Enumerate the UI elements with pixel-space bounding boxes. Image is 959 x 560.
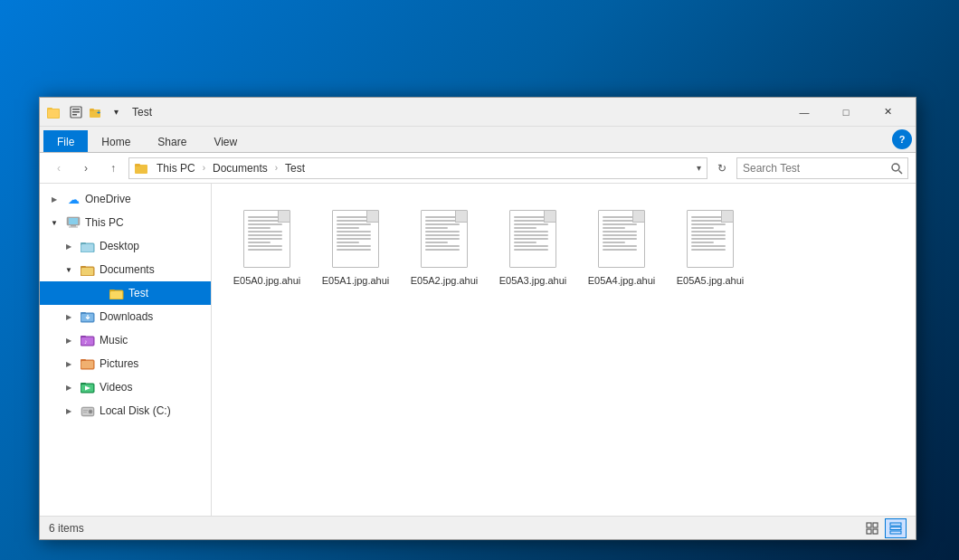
qat-new-folder-button[interactable]: + bbox=[87, 103, 105, 121]
svg-rect-51 bbox=[890, 523, 901, 526]
file-icon-wrapper-3 bbox=[506, 207, 560, 271]
file-item-5[interactable]: E05A5.jpg.ahui bbox=[669, 198, 751, 296]
quick-access-toolbar: + ▾ bbox=[67, 103, 125, 121]
tab-file[interactable]: File bbox=[43, 130, 88, 152]
file-name-1: E05A1.jpg.ahui bbox=[322, 274, 390, 287]
svg-rect-47 bbox=[867, 523, 871, 527]
qat-properties-button[interactable] bbox=[67, 103, 85, 121]
explorer-window: + ▾ Test — □ ✕ File Home Share View bbox=[39, 97, 916, 540]
svg-rect-2 bbox=[48, 109, 59, 118]
svg-rect-53 bbox=[890, 531, 901, 534]
file-item-0[interactable]: E05A0.jpg.ahui bbox=[226, 198, 308, 296]
address-bar[interactable]: This PC › Documents › Test ▾ bbox=[128, 157, 707, 179]
list-view-icon bbox=[889, 522, 902, 535]
forward-icon: › bbox=[84, 162, 88, 175]
toggle-documents: ▼ bbox=[62, 262, 76, 277]
title-bar: + ▾ Test — □ ✕ bbox=[40, 98, 916, 127]
svg-rect-45 bbox=[83, 410, 88, 411]
toggle-downloads: ▶ bbox=[62, 309, 76, 324]
sidebar-item-onedrive[interactable]: ▶ ☁ OneDrive bbox=[40, 187, 211, 211]
sidebar-label-local-disk: Local Disk (C:) bbox=[100, 404, 204, 417]
sidebar-item-videos[interactable]: ▶ Videos bbox=[40, 375, 211, 399]
sidebar-item-desktop[interactable]: ▶ Desktop bbox=[40, 234, 211, 258]
breadcrumb-test[interactable]: Test bbox=[281, 160, 309, 176]
sidebar-item-documents[interactable]: ▼ Documents bbox=[40, 258, 211, 281]
svg-rect-23 bbox=[81, 268, 93, 275]
svg-rect-26 bbox=[110, 291, 122, 299]
file-icon-wrapper-1 bbox=[328, 207, 383, 271]
toggle-desktop: ▶ bbox=[62, 239, 76, 253]
svg-rect-4 bbox=[72, 109, 80, 110]
file-name-0: E05A0.jpg.ahui bbox=[233, 274, 301, 287]
refresh-icon: ↻ bbox=[717, 162, 726, 175]
doc-icon-3 bbox=[509, 210, 556, 268]
file-item-3[interactable]: E05A3.jpg.ahui bbox=[492, 198, 574, 296]
svg-rect-16 bbox=[71, 225, 76, 227]
up-button[interactable]: ↑ bbox=[101, 157, 125, 180]
tab-view[interactable]: View bbox=[200, 130, 251, 152]
forward-button[interactable]: › bbox=[74, 157, 98, 180]
sidebar-item-local-disk[interactable]: ▶ Local Disk (C:) bbox=[40, 399, 211, 422]
svg-rect-11 bbox=[135, 164, 140, 166]
window-icon bbox=[47, 105, 62, 119]
svg-rect-8 bbox=[90, 109, 94, 111]
up-icon: ↑ bbox=[110, 162, 116, 175]
tab-home[interactable]: Home bbox=[88, 130, 144, 152]
maximize-button[interactable]: □ bbox=[825, 98, 867, 127]
minimize-button[interactable]: — bbox=[783, 98, 825, 127]
sidebar-item-music[interactable]: ▶ ♪ Music bbox=[40, 328, 211, 352]
file-icon-wrapper-0 bbox=[240, 207, 294, 271]
ribbon: File Home Share View ? bbox=[40, 127, 916, 153]
breadcrumb-documents[interactable]: Documents bbox=[209, 160, 271, 176]
back-button[interactable]: ‹ bbox=[47, 157, 71, 180]
navigation-bar: ‹ › ↑ This PC › Documents › Test ▾ ↻ bbox=[40, 153, 916, 184]
doc-icon-1 bbox=[332, 210, 379, 268]
grid-view-icon bbox=[866, 522, 878, 535]
window-controls: — □ ✕ bbox=[783, 98, 908, 127]
svg-rect-36 bbox=[81, 361, 93, 368]
file-icon-wrapper-2 bbox=[417, 207, 471, 271]
this-pc-icon bbox=[65, 214, 81, 231]
file-item-4[interactable]: E05A4.jpg.ahui bbox=[581, 198, 662, 296]
close-button[interactable]: ✕ bbox=[867, 98, 908, 127]
content-area: E05A0.jpg.ahui bbox=[212, 184, 916, 516]
window-title: Test bbox=[132, 106, 783, 119]
separator-2: › bbox=[275, 163, 278, 173]
toggle-local-disk: ▶ bbox=[62, 403, 76, 418]
sidebar-item-test[interactable]: Test bbox=[40, 281, 211, 305]
svg-rect-6 bbox=[72, 114, 77, 116]
svg-line-13 bbox=[899, 170, 903, 174]
search-box bbox=[736, 157, 908, 179]
main-area: ▶ ☁ OneDrive ▼ This PC ▶ bbox=[40, 184, 916, 516]
svg-point-44 bbox=[90, 411, 91, 413]
sidebar-item-downloads[interactable]: ▶ Downloads bbox=[40, 305, 211, 328]
search-input[interactable] bbox=[737, 162, 886, 175]
file-item-1[interactable]: E05A1.jpg.ahui bbox=[315, 198, 396, 296]
toggle-this-pc: ▼ bbox=[47, 215, 62, 230]
files-grid: E05A0.jpg.ahui bbox=[226, 198, 901, 501]
videos-icon bbox=[80, 379, 96, 395]
refresh-button[interactable]: ↻ bbox=[711, 157, 733, 179]
view-list-button[interactable] bbox=[885, 518, 907, 538]
breadcrumb-this-pc[interactable]: This PC bbox=[153, 160, 199, 176]
sidebar-item-this-pc[interactable]: ▼ This PC bbox=[40, 211, 211, 234]
svg-point-12 bbox=[892, 164, 899, 171]
file-item-2[interactable]: E05A2.jpg.ahui bbox=[404, 198, 485, 296]
toggle-videos: ▶ bbox=[62, 380, 76, 394]
status-items-count: 6 items bbox=[49, 522, 861, 535]
search-button[interactable] bbox=[886, 157, 907, 179]
qat-dropdown-button[interactable]: ▾ bbox=[107, 103, 125, 121]
svg-rect-52 bbox=[890, 527, 901, 529]
sidebar-item-pictures[interactable]: ▶ Pictures bbox=[40, 352, 211, 375]
separator-1: › bbox=[203, 163, 205, 173]
onedrive-icon: ☁ bbox=[65, 191, 81, 207]
address-dropdown-button[interactable]: ▾ bbox=[697, 163, 701, 173]
svg-rect-32 bbox=[81, 337, 93, 345]
tab-share[interactable]: Share bbox=[144, 130, 200, 152]
file-name-5: E05A5.jpg.ahui bbox=[677, 274, 745, 287]
search-icon bbox=[890, 162, 903, 175]
file-name-3: E05A3.jpg.ahui bbox=[499, 274, 567, 287]
help-button[interactable]: ? bbox=[892, 129, 912, 149]
file-name-2: E05A2.jpg.ahui bbox=[411, 274, 479, 287]
view-grid-button[interactable] bbox=[861, 518, 883, 538]
